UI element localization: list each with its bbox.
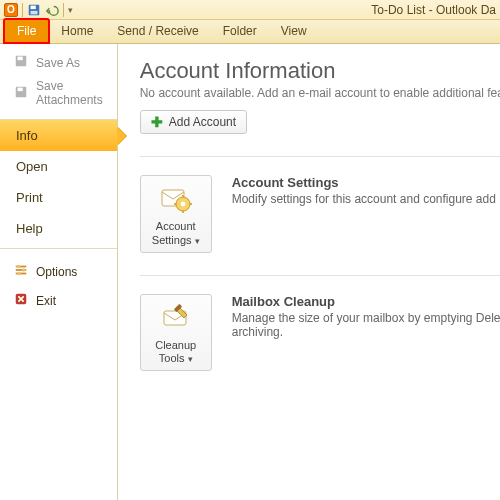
exit-icon bbox=[14, 292, 28, 309]
title-bar: O ▾ To-Do List - Outlook Da bbox=[0, 0, 500, 20]
save-attachments-icon bbox=[14, 85, 28, 102]
backstage-nav: Save As Save Attachments Info Open Print… bbox=[0, 44, 118, 500]
account-settings-button[interactable]: Account Settings ▾ bbox=[140, 175, 212, 253]
account-settings-icon bbox=[159, 182, 193, 216]
nav-save-as: Save As bbox=[0, 50, 117, 75]
undo-icon[interactable] bbox=[45, 3, 59, 17]
tab-home[interactable]: Home bbox=[49, 20, 105, 43]
add-account-label: Add Account bbox=[169, 115, 236, 129]
nav-exit[interactable]: Exit bbox=[0, 286, 117, 315]
tab-view[interactable]: View bbox=[269, 20, 319, 43]
mailbox-cleanup-desc1: Manage the size of your mailbox by empty… bbox=[232, 311, 500, 325]
nav-options-label: Options bbox=[36, 265, 77, 279]
cleanup-tools-icon bbox=[159, 301, 193, 335]
nav-save-attachments: Save Attachments bbox=[0, 75, 117, 111]
cleanup-tools-btn-line1: Cleanup bbox=[155, 339, 196, 351]
chevron-down-icon: ▾ bbox=[188, 354, 193, 364]
window-title: To-Do List - Outlook Da bbox=[371, 3, 496, 17]
tab-folder[interactable]: Folder bbox=[211, 20, 269, 43]
cleanup-tools-btn-line2: Tools bbox=[159, 352, 185, 364]
backstage-content: Account Information No account available… bbox=[118, 44, 500, 500]
ribbon-tabs: File Home Send / Receive Folder View bbox=[0, 20, 500, 44]
nav-options[interactable]: Options bbox=[0, 257, 117, 286]
cleanup-tools-button[interactable]: Cleanup Tools ▾ bbox=[140, 294, 212, 372]
nav-save-as-label: Save As bbox=[36, 56, 80, 70]
account-settings-title: Account Settings bbox=[232, 175, 500, 190]
backstage: Save As Save Attachments Info Open Print… bbox=[0, 44, 500, 500]
account-settings-btn-line1: Account bbox=[156, 220, 196, 232]
mailbox-cleanup-desc2: archiving. bbox=[232, 325, 500, 339]
chevron-down-icon: ▾ bbox=[195, 236, 200, 246]
quick-access-toolbar: O ▾ bbox=[4, 3, 73, 17]
qat-customize-icon[interactable]: ▾ bbox=[68, 5, 73, 15]
save-icon[interactable] bbox=[27, 3, 41, 17]
svg-point-16 bbox=[180, 202, 185, 207]
svg-rect-4 bbox=[18, 57, 23, 61]
svg-rect-1 bbox=[31, 5, 36, 9]
svg-rect-6 bbox=[18, 87, 23, 91]
nav-open[interactable]: Open bbox=[0, 151, 117, 182]
svg-point-10 bbox=[17, 265, 21, 269]
page-title: Account Information bbox=[140, 58, 500, 84]
svg-point-11 bbox=[22, 268, 26, 272]
svg-point-12 bbox=[18, 272, 22, 276]
tab-send-receive[interactable]: Send / Receive bbox=[105, 20, 210, 43]
mailbox-cleanup-title: Mailbox Cleanup bbox=[232, 294, 500, 309]
nav-info[interactable]: Info bbox=[0, 120, 117, 151]
save-as-icon bbox=[14, 54, 28, 71]
nav-exit-label: Exit bbox=[36, 294, 56, 308]
section-mailbox-cleanup: Cleanup Tools ▾ Mailbox Cleanup Manage t… bbox=[140, 294, 500, 372]
plus-icon: ✚ bbox=[151, 115, 163, 129]
nav-help[interactable]: Help bbox=[0, 213, 117, 244]
section-account-settings: Account Settings ▾ Account Settings Modi… bbox=[140, 175, 500, 253]
add-account-button[interactable]: ✚ Add Account bbox=[140, 110, 247, 134]
nav-print[interactable]: Print bbox=[0, 182, 117, 213]
no-account-text: No account available. Add an e-mail acco… bbox=[140, 86, 500, 100]
tab-file[interactable]: File bbox=[4, 19, 49, 43]
account-settings-btn-line2: Settings bbox=[152, 234, 192, 246]
svg-rect-2 bbox=[31, 10, 38, 14]
options-icon bbox=[14, 263, 28, 280]
nav-save-attachments-label: Save Attachments bbox=[36, 79, 103, 107]
account-settings-desc: Modify settings for this account and con… bbox=[232, 192, 500, 206]
outlook-app-icon[interactable]: O bbox=[4, 3, 18, 17]
